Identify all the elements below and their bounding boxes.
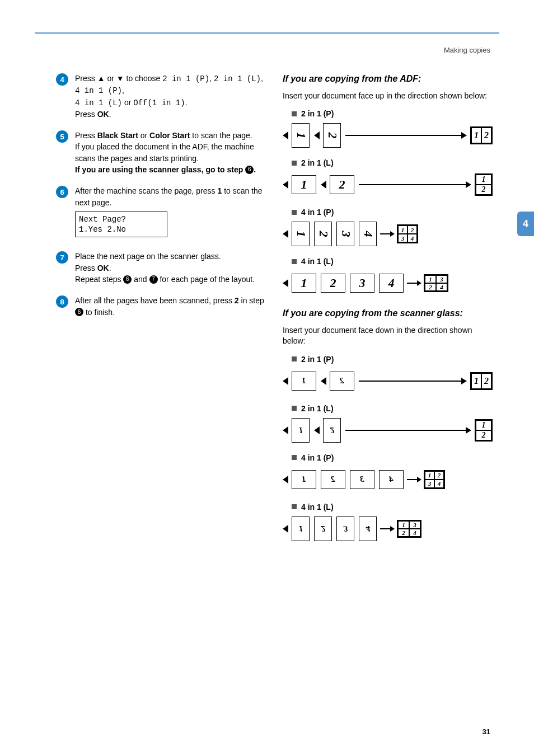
cell: 4 bbox=[434, 480, 444, 488]
sheet-2: 2 bbox=[323, 418, 341, 443]
sheet-2: 2 bbox=[321, 470, 345, 489]
arrow-icon bbox=[359, 184, 470, 185]
sheet-4: 4 bbox=[379, 274, 404, 293]
cell: 2 bbox=[476, 185, 491, 195]
sheet-3: 3 bbox=[336, 222, 354, 246]
result-4in1p: 1 2 3 4 bbox=[424, 470, 445, 489]
arrow-icon bbox=[380, 233, 394, 234]
cell: 3 bbox=[409, 521, 420, 529]
step-7: 7 Place the next page on the scanner gla… bbox=[56, 251, 266, 285]
sheet-1: 1 bbox=[292, 175, 316, 194]
sheet-1: 1 bbox=[292, 372, 316, 391]
lcd-line-2: 1.Yes 2.No bbox=[79, 224, 163, 234]
t: After all the pages have been scanned, p… bbox=[75, 296, 235, 305]
ok-label: OK bbox=[97, 110, 109, 119]
cell: 1 bbox=[425, 275, 436, 283]
t: , bbox=[261, 74, 263, 83]
square-bullet-icon bbox=[292, 161, 297, 166]
sheet-1: 1 bbox=[292, 123, 310, 148]
feed-arrow-icon bbox=[321, 377, 326, 385]
step-6: 6 After the machine scans the page, pres… bbox=[56, 185, 266, 241]
sheet-1: 1 bbox=[292, 222, 310, 246]
t: and bbox=[132, 275, 149, 284]
feed-arrow-icon bbox=[283, 230, 288, 238]
bullet-g-2in1l: 2 in 1 (L) bbox=[283, 404, 493, 413]
label: 4 in 1 (L) bbox=[301, 503, 334, 511]
t: to scan the page. bbox=[190, 131, 252, 140]
feed-arrow-icon bbox=[314, 426, 320, 434]
step-badge-6: 6 bbox=[56, 186, 68, 198]
square-bullet-icon bbox=[292, 356, 297, 361]
feed-arrow-icon bbox=[283, 279, 288, 287]
cell: 2 bbox=[407, 226, 417, 234]
step-badge-5: 5 bbox=[56, 130, 68, 143]
cell: 2 bbox=[476, 430, 491, 440]
sheet-1: 1 bbox=[292, 418, 310, 443]
result-4in1p: 1 2 3 4 bbox=[397, 224, 418, 243]
ref-6-icon: 6 bbox=[123, 275, 132, 284]
step-5-body: Press Black Start or Color Start to scan… bbox=[75, 130, 266, 175]
glass-heading: If you are copying from the scanner glas… bbox=[283, 307, 493, 320]
opt: 2 in 1 (P) bbox=[162, 74, 209, 83]
step-badge-7: 7 bbox=[56, 251, 68, 264]
arrow-icon bbox=[359, 381, 466, 382]
sheet-1: 1 bbox=[292, 274, 316, 293]
breadcrumb: Making copies bbox=[444, 46, 490, 54]
cell: 4 bbox=[407, 234, 417, 242]
t: Repeat steps bbox=[75, 275, 123, 284]
sheet-3: 3 bbox=[350, 470, 374, 489]
step-7-body: Place the next page on the scanner glass… bbox=[75, 251, 266, 285]
ref-7-icon: 7 bbox=[149, 275, 158, 284]
square-bullet-icon bbox=[292, 259, 297, 264]
sheet-4: 4 bbox=[379, 470, 404, 489]
t: or bbox=[105, 74, 116, 83]
adf-intro: Insert your document face up in the dire… bbox=[283, 91, 493, 102]
down-arrow-icon: ▼ bbox=[116, 74, 124, 83]
feed-arrow-icon bbox=[283, 181, 288, 189]
sheet-2: 2 bbox=[330, 372, 354, 391]
t: to choose bbox=[124, 74, 163, 83]
opt: 4 in 1 (L) bbox=[75, 98, 122, 107]
diagram-2in1l-glass: 1 2 1 2 bbox=[283, 417, 493, 443]
cell: 1 bbox=[476, 175, 491, 185]
bullet-g-2in1p: 2 in 1 (P) bbox=[283, 355, 493, 364]
t: in step bbox=[239, 296, 264, 305]
step-8-body: After all the pages have been scanned, p… bbox=[75, 295, 266, 318]
t: or bbox=[138, 131, 149, 140]
feed-arrow-icon bbox=[283, 426, 288, 434]
opt: 2 in 1 (L) bbox=[214, 74, 261, 83]
lcd-display: Next Page? 1.Yes 2.No bbox=[75, 212, 167, 237]
t: . bbox=[109, 110, 111, 119]
label: 4 in 1 (P) bbox=[301, 208, 334, 217]
ref-6-icon: 6 bbox=[245, 166, 254, 174]
feed-arrow-icon bbox=[283, 476, 288, 483]
label: 2 in 1 (P) bbox=[301, 109, 334, 118]
sheet-3: 3 bbox=[336, 516, 354, 541]
result-2in1l: 1 2 bbox=[475, 173, 493, 196]
sheet-1: 1 bbox=[292, 516, 310, 541]
label: 2 in 1 (L) bbox=[301, 404, 334, 413]
bold-note: If you are using the scanner glass, go t… bbox=[75, 165, 256, 174]
cell: 2 bbox=[398, 529, 409, 537]
bullet-4in1l: 4 in 1 (L) bbox=[283, 257, 493, 266]
square-bullet-icon bbox=[292, 111, 297, 116]
step-4-body: Press ▲ or ▼ to choose 2 in 1 (P), 2 in … bbox=[75, 73, 266, 120]
color-start: Color Start bbox=[149, 131, 190, 140]
diagram-2in1p-adf: 1 2 1 2 bbox=[283, 123, 493, 148]
sheet-2: 2 bbox=[323, 123, 341, 148]
step-4: 4 Press ▲ or ▼ to choose 2 in 1 (P), 2 i… bbox=[56, 73, 266, 120]
t: Press bbox=[75, 110, 97, 119]
cell: 1 bbox=[476, 420, 491, 430]
step-8: 8 After all the pages have been scanned,… bbox=[56, 295, 266, 318]
square-bullet-icon bbox=[292, 406, 297, 411]
label: 4 in 1 (P) bbox=[301, 453, 334, 462]
page-body: 4 Press ▲ or ▼ to choose 2 in 1 (P), 2 i… bbox=[56, 73, 493, 552]
cell: 2 bbox=[434, 471, 444, 480]
result-2in1l: 1 2 bbox=[475, 419, 493, 442]
result-4in1l: 1 3 2 4 bbox=[424, 274, 448, 292]
t: Place the next page on the scanner glass… bbox=[75, 252, 221, 261]
up-arrow-icon: ▲ bbox=[97, 74, 105, 83]
t: After the machine scans the page, press bbox=[75, 186, 217, 195]
arrow-icon bbox=[407, 283, 420, 284]
cell: 1 bbox=[398, 226, 407, 234]
